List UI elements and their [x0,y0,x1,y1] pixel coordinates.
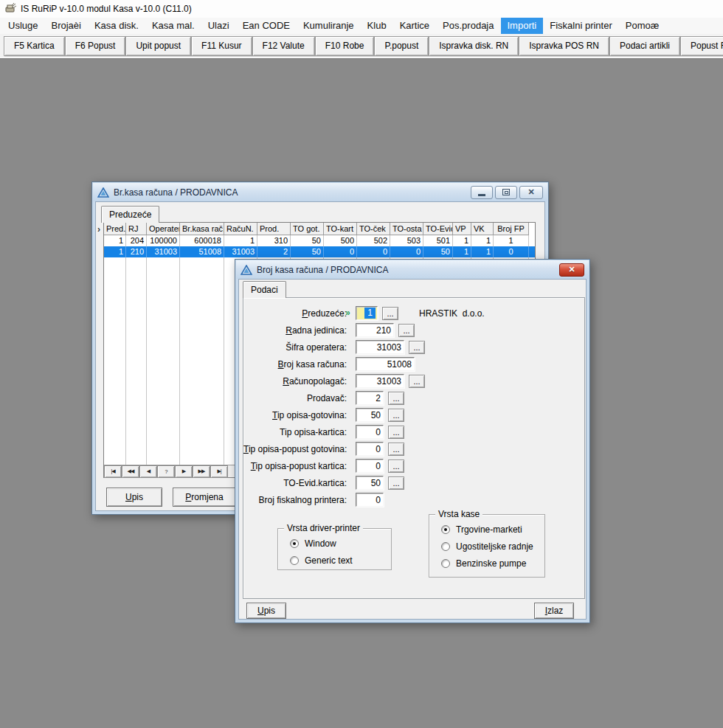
upis-button[interactable]: Upis [246,603,286,619]
toolbar-button-ispravka-disk-rn[interactable]: Ispravka disk. RN [429,36,519,56]
caption-buttons: ✕ [471,186,543,199]
toolbar-button-p-popust[interactable]: P.popust [374,36,429,56]
field-row-to-evid-kartica: TO-Evid.kartica:50... [243,474,584,491]
broj-kasa-racuna-input[interactable]: 51008 [356,357,415,371]
toolbar-button-f11-kusur[interactable]: F11 Kusur [191,36,252,56]
grid-window-titlebar[interactable]: Br.kasa računa / PRODAVNICA ✕ [93,183,547,201]
menu-item-ulazi[interactable]: Ulazi [201,18,236,34]
field-label: Radna jedinica: [243,325,351,336]
toolbar-button-f5-kartica[interactable]: F5 Kartica [4,36,65,56]
toolbar-button-f6-popust[interactable]: F6 Popust [65,36,126,56]
table-cell: 501 [423,235,453,246]
navigator-prior-button[interactable]: ◀◀ [122,465,139,478]
table-cell: 1 [471,235,494,246]
browse-button[interactable]: ... [409,375,425,388]
tab-podaci[interactable]: Podaci [243,281,286,298]
menu-item-kasa-mal[interactable]: Kasa mal. [145,18,201,34]
tip-opisa-kartica-input[interactable]: 0 [356,425,384,439]
navigator-first-button[interactable]: |◀ [104,465,122,478]
tab-preduzece[interactable]: Preduzeće [101,206,159,223]
close-icon: ✕ [568,266,575,274]
menu-item-pomo[interactable]: Pomoæ [619,18,666,34]
table-cell: 502 [357,235,390,246]
toolbar-button-podaci-artikli[interactable]: Podaci artikli [609,36,680,56]
maximize-icon [502,189,510,195]
racunopolagac-input[interactable]: 31003 [356,374,404,388]
radio-option-generic-text[interactable]: Generic text [278,552,391,569]
browse-button[interactable]: ... [388,409,404,422]
to-evid-kartica-input[interactable]: 50 [356,476,384,490]
field-value: 31003 [377,376,401,386]
table-cell: 2 [257,246,291,257]
column-header-broj-fp: Broj FP [494,223,529,235]
menu-item-kartice[interactable]: Kartice [393,18,436,34]
maximize-button[interactable] [495,186,517,199]
close-button[interactable]: ✕ [519,186,543,199]
izlaz-button[interactable]: Izlaz [534,603,574,619]
minimize-icon [478,194,485,196]
table-cell: 310 [257,235,291,246]
menu-item-klub[interactable]: Klub [361,18,393,34]
toolbar-button-ispravka-pos-rn[interactable]: Ispravka POS RN [519,36,609,56]
menu-item-pos-prodaja[interactable]: Pos.prodaja [436,18,500,34]
radio-option-benzinske-pumpe[interactable]: Benzinske pumpe [429,555,544,572]
table-row[interactable]: 1204100000600018131050500502503501111 [104,235,535,246]
radio-option-trgovine-marketi[interactable]: Trgovine-marketi [429,521,544,538]
menu-item-kasa-disk[interactable]: Kasa disk. [88,18,145,34]
grid-rows: 1204100000600018131050500502503501111121… [104,235,535,257]
browse-button[interactable]: ... [388,460,404,473]
radna-jedinica-input[interactable]: 210 [356,323,394,337]
column-header-br-kasa-rac: Br.kasa rač. [180,223,224,235]
radio-option-window[interactable]: Window [278,535,391,552]
minimize-button[interactable] [471,186,493,199]
field-label: Tip opisa-gotovina: [243,410,351,420]
table-cell: 50 [291,235,324,246]
browse-button[interactable]: ... [388,392,404,405]
menu-item-brojaei[interactable]: Brojaèi [44,18,87,34]
navigator-refresh-button[interactable]: ? [157,465,175,478]
browse-button[interactable]: ... [398,324,415,337]
tip-opisa-popust-kartica-input[interactable]: 0 [356,459,384,473]
menu-item-kumuliranje[interactable]: Kumuliranje [297,18,361,34]
toolbar-button-f12-valute[interactable]: F12 Valute [252,36,315,56]
tip-opisa-gotovina-input[interactable]: 50 [356,408,384,422]
column-header-rj: RJ [126,223,147,235]
window-logo-icon [241,265,252,275]
menu-item-ean-code[interactable]: Ean CODE [236,18,297,34]
navigator-buttons: |◀◀◀◀?▶▶▶▶| [104,465,228,478]
browse-button[interactable]: ... [388,476,404,490]
radio-button-icon [290,539,299,548]
radio-option-ugostiteljske-radnje[interactable]: Ugostiteljske radnje [429,538,544,555]
promjena-button[interactable]: Promjena [173,488,236,507]
preduzece-input[interactable]: 1 [356,306,378,320]
menu-item-fiskalni-printer[interactable]: Fiskalni printer [543,18,619,34]
navigator-last-button[interactable]: ▶| [210,465,228,478]
close-button[interactable]: ✕ [559,263,584,277]
browse-button[interactable]: ... [388,443,404,456]
table-row[interactable]: 121031003510083100325000050110 [104,246,535,257]
navigator-next-button[interactable]: ▶ [175,465,193,478]
toolbar-button-popust-rs[interactable]: Popust RS [680,36,723,56]
toolbar-button-f10-robe[interactable]: F10 Robe [315,36,375,56]
prodavac-input[interactable]: 2 [356,391,384,405]
browse-button[interactable]: ... [382,307,398,320]
broj-fiskalnog-printera-input[interactable]: 0 [356,493,384,507]
menu-item-importi[interactable]: Importi [501,18,544,34]
upis-button[interactable]: Upis [106,488,162,507]
tip-opisa-popust-gotovina-input[interactable]: 0 [356,442,384,456]
field-label: Tip opisa-popust kartica: [243,461,351,471]
table-cell: 600018 [180,235,224,246]
browse-button[interactable]: ... [388,426,404,439]
navigator-fwd-button[interactable]: ▶▶ [193,465,210,478]
dialog-titlebar[interactable]: Broj kasa računa / PRODAVNICA ✕ [236,260,589,279]
toolbar-button-upit-popust[interactable]: Upit popust [125,36,191,56]
radio-label: Window [305,538,336,549]
sifra-operatera-input[interactable]: 31003 [356,340,404,354]
browse-button[interactable]: ... [409,341,425,354]
menu-item-usluge[interactable]: Usluge [1,18,44,34]
field-label: Prodavač: [243,393,351,403]
navigator-prev-button[interactable]: ◀ [139,465,157,478]
required-marker: » [345,308,350,318]
window-logo-icon [97,187,109,198]
field-label: Tip opisa-kartica: [243,427,351,437]
